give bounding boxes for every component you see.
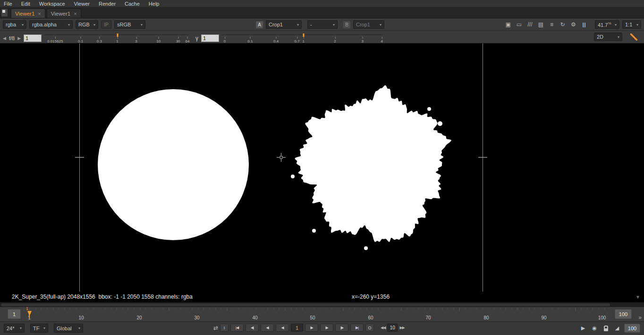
prev-keyframe-button[interactable]: ◀| [246, 324, 259, 332]
viewer-settings-icon[interactable]: ⚙ [568, 20, 578, 29]
alpha-channel-dropdown[interactable]: rgba.alpha ▾ [29, 20, 73, 29]
b-input-dropdown[interactable]: Crop1 ▾ [353, 20, 384, 29]
timeline-frame-label: 100 [598, 315, 606, 320]
pane-layout-icon[interactable] [1, 8, 8, 17]
tab-close-icon[interactable]: × [38, 11, 41, 17]
viewer-canvas[interactable] [0, 43, 644, 292]
status-menu-icon[interactable]: ▼ [636, 294, 640, 300]
goto-start-button[interactable]: |◀ [230, 324, 244, 332]
colorspace-label: sRGB [117, 22, 131, 27]
menu-edit[interactable]: Edit [21, 1, 30, 7]
frame-range-dropdown[interactable]: Global ▾ [54, 324, 83, 333]
gain-controls: ◀ f/8 ▶ 0.0156250.10.313103064 γ 00.10.4… [3, 33, 383, 43]
compare-mode-label: - [310, 22, 312, 27]
playback-settings: 24* ▾ TF ▾ Global ▾ [4, 324, 83, 333]
menu-help[interactable]: Help [149, 1, 160, 7]
performance-icon[interactable]: ◢ [613, 324, 621, 333]
menu-cache[interactable]: Cache [125, 1, 140, 7]
step-back-button[interactable]: ◀ [261, 324, 274, 332]
menu-render[interactable]: Render [99, 1, 116, 7]
a-input-label: Crop1 [269, 22, 283, 27]
play-forward-button[interactable]: ▶ [305, 324, 318, 332]
noise-speck [427, 107, 431, 111]
playhead-stem [29, 314, 30, 318]
play-backward-button[interactable]: ◀ [276, 324, 289, 332]
slider-tick-label: 10 [156, 39, 161, 43]
out-point-button[interactable]: O [365, 324, 374, 332]
timeline[interactable]: 1 1102030405060708090100 1 100 » [0, 307, 644, 321]
chevron-down-icon: ▾ [22, 23, 24, 27]
timeline-frame-label: 40 [252, 315, 257, 320]
goto-end-button[interactable]: ▶| [350, 324, 364, 332]
proxy-mode-icon[interactable]: /// [525, 20, 535, 29]
chevron-down-icon: ▾ [333, 23, 335, 27]
gamma-slider[interactable]: 00.10.40.71234 [222, 33, 383, 43]
sample-pen-icon[interactable] [630, 34, 637, 41]
refresh-icon[interactable]: ↻ [558, 20, 568, 29]
fps-dropdown[interactable]: 24* ▾ [4, 324, 25, 333]
chevron-down-icon: ▾ [20, 326, 22, 330]
compare-mode-dropdown[interactable]: - ▾ [307, 20, 338, 29]
timeline-frame-label: 70 [425, 315, 431, 320]
format-guides-icon[interactable]: ▭ [514, 20, 524, 29]
lock-range-icon[interactable] [602, 324, 610, 333]
menu-workspace[interactable]: Workspace [39, 1, 65, 7]
timeline-frame-label: 50 [310, 315, 315, 320]
a-input-dropdown[interactable]: Crop1 ▾ [266, 20, 302, 29]
pixel-aspect-dropdown[interactable]: 1:1 ▾ [622, 20, 641, 29]
frame-increment-box[interactable]: 10 [387, 324, 398, 332]
timeline-frame-label: 90 [541, 315, 546, 320]
display-mode-label: RGB [78, 22, 90, 27]
timeline-out-box[interactable]: 100 [615, 309, 632, 319]
tabbar: Viewer1×Viewer1× [0, 7, 644, 18]
next-stop-button[interactable]: ▶ [17, 36, 21, 41]
loop-mode-icon[interactable]: ⇄ [213, 325, 218, 331]
channel-set-dropdown[interactable]: rgba ▾ [3, 20, 26, 29]
jump-forward-button[interactable]: ▶▶ [399, 326, 404, 330]
step-forward-button[interactable]: ▶ [320, 324, 333, 332]
noise-speck [291, 175, 295, 178]
tab-viewer1-2[interactable]: Viewer1× [47, 8, 81, 18]
ab-compare-controls: A Crop1 ▾ - ▾ B Crop1 ▾ [256, 20, 384, 29]
pause-updates-icon[interactable]: || [579, 20, 589, 29]
view-mode-dropdown[interactable]: 2D ▾ [594, 33, 622, 41]
viewer-toolbar-right: ▣▭///▤≡↻⚙|| 41.7% ▾ 1:1 ▾ [503, 20, 641, 29]
jump-back-button[interactable]: ◀◀ [381, 326, 385, 330]
current-frame-box[interactable]: 1 [291, 324, 303, 332]
chevron-down-icon: ▾ [78, 326, 80, 330]
menu-viewer[interactable]: Viewer [74, 1, 90, 7]
prev-stop-button[interactable]: ◀ [3, 36, 6, 41]
region-of-interest-icon[interactable]: ▣ [503, 20, 513, 29]
gamma-input[interactable] [201, 34, 219, 42]
timeline-scrollbar[interactable] [1, 303, 610, 306]
slider-tick-label: 3 [135, 39, 137, 43]
gain-input[interactable] [24, 34, 42, 42]
tab-viewer1-1[interactable]: Viewer1× [11, 8, 45, 18]
monitor-output-icon[interactable]: ▤ [536, 20, 546, 29]
zoom-dropdown[interactable]: 41.7% ▾ [595, 20, 619, 29]
scanline-mode-icon[interactable]: ≡ [547, 20, 557, 29]
crosshair-cursor [277, 153, 286, 162]
slider-tick-label: 0 [223, 39, 225, 43]
view-mode-label: 2D [597, 34, 603, 40]
channel-controls: rgba ▾ rgba.alpha ▾ RGB ▾ IP sRGB ▾ [3, 20, 145, 29]
input-process-toggle[interactable]: IP [101, 20, 111, 29]
chevron-down-icon: ▾ [380, 23, 381, 27]
flipbook-icon[interactable]: ▶ [579, 324, 587, 333]
menu-file[interactable]: File [4, 1, 12, 7]
timeline-frame-label: 80 [483, 315, 489, 320]
timeline-labels: 1102030405060708090100 [0, 307, 644, 321]
fstop-label: f/8 [9, 35, 15, 41]
next-keyframe-button[interactable]: |▶ [335, 324, 348, 332]
render-icon[interactable]: ◉ [590, 324, 599, 333]
gain-slider[interactable]: 0.0156250.10.313103064 [44, 33, 189, 43]
display-mode-dropdown[interactable]: RGB ▾ [76, 20, 98, 29]
timeline-overflow-icon[interactable]: » [638, 314, 642, 321]
tab-close-icon[interactable]: × [74, 11, 76, 17]
chevron-down-icon: ▾ [636, 23, 638, 27]
in-point-button[interactable]: I [220, 324, 229, 332]
timeline-mode-dropdown[interactable]: TF ▾ [30, 324, 48, 333]
end-frame-box[interactable]: 100 [624, 324, 640, 333]
tabs: Viewer1×Viewer1× [11, 8, 83, 18]
colorspace-dropdown[interactable]: sRGB ▾ [114, 20, 145, 29]
